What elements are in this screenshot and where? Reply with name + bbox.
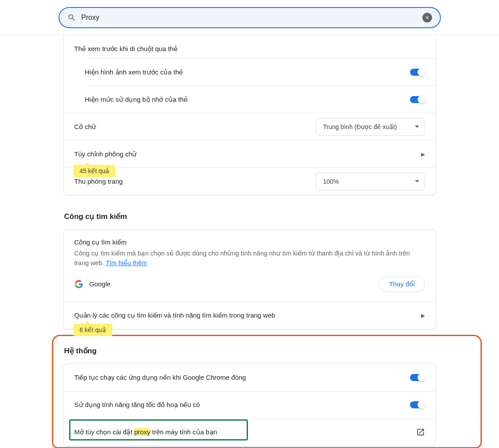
clear-search-button[interactable]	[422, 13, 432, 22]
open-proxy-settings-label: Mở tùy chọn cài đặt proxy trên máy tính …	[74, 428, 217, 436]
proxy-label-post: trên máy tính của bạn	[150, 428, 217, 436]
search-engine-section-title: Công cụ tìm kiếm	[64, 212, 436, 221]
tab-preview-image-toggle[interactable]	[410, 69, 425, 76]
background-apps-label: Tiếp tục chạy các ứng dụng nền khi Googl…	[74, 374, 246, 381]
page-zoom-row: Thu phóng trang 100%	[64, 167, 436, 195]
hardware-accel-toggle[interactable]	[410, 401, 425, 408]
chevron-right-icon: ▸	[421, 311, 425, 320]
header-bar	[0, 0, 499, 35]
font-size-select[interactable]: Trung bình (Được đề xuất)	[316, 118, 425, 136]
customize-fonts-label: Tùy chỉnh phông chữ	[74, 150, 137, 158]
chevron-down-icon	[415, 126, 419, 128]
appearance-card: Thẻ xem trước khi di chuột qua thẻ Hiện …	[63, 37, 436, 195]
close-icon	[425, 15, 430, 20]
tab-preview-image-row: Hiện hình ảnh xem trước của thẻ	[85, 58, 436, 85]
system-section: Hệ thống Tiếp tục chạy các ứng dụng nền …	[63, 346, 436, 446]
current-engine-row: Google Thay đổi	[64, 270, 436, 302]
hardware-accel-label: Sử dụng tính năng tăng tốc đồ hoạ nếu có	[74, 401, 200, 409]
engine-name: Google	[89, 280, 111, 288]
background-apps-row: Tiếp tục chạy các ứng dụng nền khi Googl…	[64, 364, 436, 391]
search-engine-section: Công cụ tìm kiếm Công cụ tìm kiếm Công c…	[63, 212, 436, 330]
tab-hover-heading-label: Thẻ xem trước khi di chuột qua thẻ	[74, 45, 177, 53]
change-engine-button[interactable]: Thay đổi	[379, 276, 425, 292]
page-zoom-select-value: 100%	[323, 178, 339, 185]
customize-fonts-row[interactable]: Tùy chỉnh phông chữ ▸	[64, 140, 436, 167]
system-section-title: Hệ thống	[64, 346, 436, 355]
proxy-label-highlight: proxy	[134, 428, 151, 436]
results-badge: 6 kết quả	[74, 324, 112, 336]
proxy-label-pre: Mở tùy chọn cài đặt	[74, 428, 134, 436]
page-zoom-select[interactable]: 100%	[316, 173, 425, 190]
search-engine-subtitle: Công cụ tìm kiếm	[74, 238, 425, 246]
search-field-wrap[interactable]	[59, 7, 441, 28]
search-icon	[67, 13, 76, 22]
manage-search-engines-label: Quản lý các công cụ tìm kiếm và tính năn…	[74, 311, 275, 319]
tab-memory-toggle[interactable]	[410, 96, 425, 103]
chevron-down-icon	[415, 180, 419, 182]
tab-preview-image-label: Hiện hình ảnh xem trước của thẻ	[85, 68, 183, 76]
tab-memory-label: Hiện mức sử dụng bộ nhớ của thẻ	[85, 96, 188, 104]
external-link-icon	[416, 428, 425, 437]
search-input[interactable]	[81, 14, 422, 22]
learn-more-link[interactable]: Tìm hiểu thêm	[106, 259, 147, 267]
google-logo-icon	[74, 280, 83, 289]
hardware-accel-row: Sử dụng tính năng tăng tốc đồ hoạ nếu có	[64, 391, 436, 418]
tab-memory-row: Hiện mức sử dụng bộ nhớ của thẻ	[85, 85, 436, 113]
font-size-select-value: Trung bình (Được đề xuất)	[323, 123, 397, 130]
results-badge: 45 kết quả	[74, 165, 116, 177]
font-size-label: Cỡ chữ	[74, 123, 96, 131]
background-apps-toggle[interactable]	[410, 374, 425, 381]
search-engine-desc: Công cụ tìm kiếm Công cụ tìm kiếm mà bạn…	[64, 230, 436, 270]
font-size-row: Cỡ chữ Trung bình (Được đề xuất)	[64, 113, 436, 140]
manage-search-engines-row[interactable]: Quản lý các công cụ tìm kiếm và tính năn…	[64, 302, 436, 329]
tab-hover-heading: Thẻ xem trước khi di chuột qua thẻ	[64, 37, 436, 58]
open-proxy-settings-row[interactable]: Mở tùy chọn cài đặt proxy trên máy tính …	[64, 418, 436, 446]
page-zoom-label: Thu phóng trang	[74, 178, 123, 185]
search-engine-card: Công cụ tìm kiếm Công cụ tìm kiếm mà bạn…	[63, 229, 436, 330]
search-engine-subtext: Công cụ tìm kiếm mà bạn chọn sẽ được dùn…	[74, 249, 425, 268]
chevron-right-icon: ▸	[421, 149, 425, 159]
system-card: Tiếp tục chạy các ứng dụng nền khi Googl…	[63, 363, 436, 446]
